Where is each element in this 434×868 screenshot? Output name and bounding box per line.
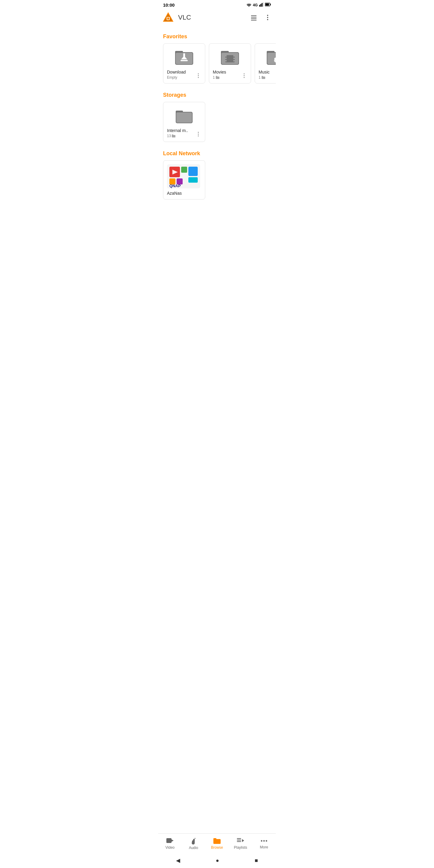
- svg-point-15: [267, 15, 268, 16]
- svg-rect-35: [233, 58, 235, 59]
- nav-playlists[interactable]: Playlists: [229, 836, 252, 851]
- internal-storage-card[interactable]: Internal m.. 13: [163, 102, 205, 142]
- download-more-button[interactable]: [195, 73, 201, 80]
- qnap-logo: QNAP: [167, 164, 200, 188]
- movies-card-footer: Movies 1: [213, 70, 247, 80]
- nav-browse-label: Browse: [211, 845, 223, 849]
- list-view-button[interactable]: [249, 13, 258, 22]
- svg-point-16: [267, 17, 268, 18]
- internal-storage-more-button[interactable]: [195, 131, 201, 138]
- app-bar: VLC: [158, 9, 276, 26]
- favorites-cards-row: Download Empty: [158, 42, 276, 87]
- svg-rect-38: [216, 76, 217, 77]
- main-content: Favorites Downloa: [158, 26, 276, 227]
- browse-nav-icon: [213, 838, 221, 844]
- wifi-icon: [247, 2, 251, 7]
- music-folder-card[interactable]: Music 1: [255, 43, 276, 84]
- svg-rect-75: [237, 840, 241, 841]
- svg-rect-10: [167, 18, 169, 20]
- download-card-name: Download: [167, 70, 195, 75]
- internal-storage-sub: 13: [167, 134, 195, 138]
- battery-icon: [265, 3, 271, 7]
- svg-point-17: [267, 19, 268, 20]
- vlc-logo: [162, 11, 175, 24]
- network-type: 4G: [253, 3, 258, 7]
- download-folder-icon: [175, 47, 194, 67]
- status-bar: 10:00 4G: [158, 0, 276, 9]
- svg-point-78: [261, 840, 262, 842]
- music-card-footer: Music 1: [258, 70, 276, 80]
- svg-point-25: [198, 75, 199, 76]
- svg-point-24: [198, 73, 199, 74]
- movies-folder-card[interactable]: Movies 1: [209, 43, 251, 84]
- svg-rect-48: [261, 76, 263, 77]
- app-title: VLC: [178, 13, 249, 22]
- nav-more-label: More: [260, 845, 268, 849]
- local-network-section: Local Network QNAP: [158, 146, 276, 199]
- svg-rect-32: [225, 58, 227, 59]
- download-folder-card[interactable]: Download Empty: [163, 43, 205, 84]
- svg-point-71: [192, 840, 194, 843]
- svg-rect-0: [259, 5, 260, 7]
- svg-rect-54: [176, 113, 192, 123]
- svg-rect-37: [216, 76, 219, 79]
- azanas-card[interactable]: QNAP AzaNas: [163, 160, 205, 199]
- svg-point-80: [266, 840, 267, 842]
- svg-rect-5: [270, 4, 271, 5]
- nav-video[interactable]: Video: [158, 836, 182, 851]
- svg-rect-1: [260, 4, 261, 7]
- nav-browse[interactable]: Browse: [205, 836, 229, 851]
- favorites-section: Favorites Downloa: [158, 29, 276, 87]
- svg-rect-2: [261, 3, 262, 7]
- nav-playlists-label: Playlists: [234, 845, 247, 849]
- svg-rect-23: [181, 60, 188, 61]
- system-home-button[interactable]: ●: [210, 856, 225, 865]
- video-nav-icon: [166, 838, 174, 844]
- svg-rect-6: [266, 4, 269, 6]
- download-card-sub: Empty: [167, 75, 195, 80]
- status-icons: 4G: [247, 2, 271, 7]
- download-folder-icon-wrap: [167, 47, 201, 67]
- svg-rect-36: [233, 60, 235, 61]
- svg-point-59: [198, 135, 199, 136]
- svg-rect-63: [188, 167, 198, 176]
- download-card-footer: Download Empty: [167, 70, 201, 80]
- nav-audio[interactable]: Audio: [182, 836, 205, 851]
- svg-rect-22: [183, 53, 185, 58]
- azanas-name: AzaNas: [167, 191, 182, 195]
- internal-storage-icon: [175, 106, 194, 125]
- favorites-header: Favorites: [158, 29, 276, 42]
- internal-storage-icon-wrap: [167, 106, 201, 125]
- svg-point-26: [198, 77, 199, 78]
- system-recent-button[interactable]: ■: [249, 856, 264, 865]
- svg-text:QNAP: QNAP: [169, 184, 181, 188]
- audio-nav-icon: [190, 837, 197, 844]
- internal-storage-footer: Internal m.. 13: [167, 128, 201, 138]
- app-bar-actions: [249, 13, 272, 22]
- overflow-menu-button[interactable]: [263, 13, 272, 22]
- system-nav-bar: ◀ ● ■: [158, 854, 276, 868]
- music-folder-icon: [266, 47, 276, 67]
- svg-rect-11: [251, 16, 256, 16]
- movies-more-button[interactable]: [241, 73, 247, 80]
- svg-point-57: [198, 132, 199, 133]
- music-card-name: Music: [258, 70, 276, 75]
- svg-rect-74: [237, 838, 241, 839]
- system-back-button[interactable]: ◀: [170, 856, 186, 865]
- nav-video-label: Video: [165, 845, 175, 849]
- svg-rect-14: [251, 20, 256, 21]
- svg-marker-70: [172, 839, 174, 842]
- folder-count-icon: [216, 76, 219, 79]
- storages-section: Storages Internal m.. 13: [158, 87, 276, 146]
- svg-rect-31: [225, 55, 227, 57]
- svg-rect-73: [213, 838, 216, 840]
- more-nav-icon: [260, 838, 268, 844]
- signal-icon: [259, 2, 264, 7]
- svg-rect-13: [251, 19, 256, 19]
- svg-point-40: [244, 75, 245, 76]
- svg-point-39: [244, 73, 245, 74]
- svg-point-79: [264, 840, 265, 842]
- svg-rect-47: [261, 76, 265, 79]
- nav-more[interactable]: More: [252, 837, 276, 850]
- internal-storage-name: Internal m..: [167, 128, 195, 133]
